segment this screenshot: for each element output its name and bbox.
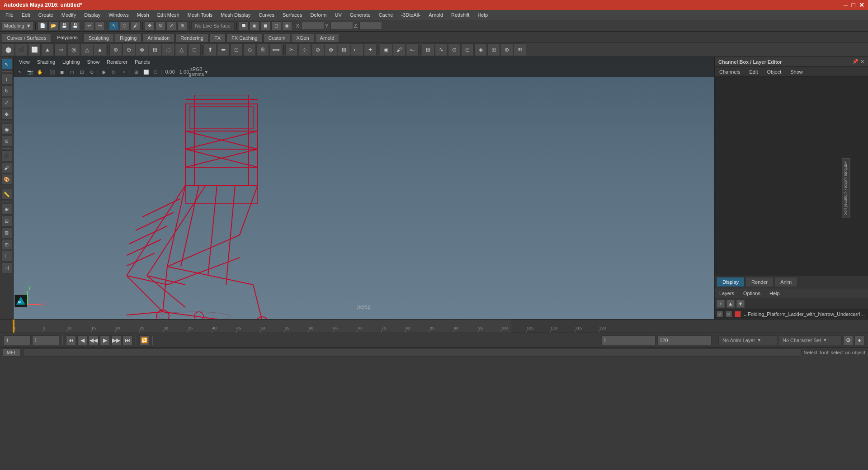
char-set-dropdown[interactable]: No Character Set ▼ bbox=[778, 335, 842, 345]
grid-btn2[interactable]: ⊟ bbox=[1, 216, 12, 226]
disp-subtab-help[interactable]: Help bbox=[768, 290, 782, 297]
step-fwd-btn[interactable]: ▶▶ bbox=[111, 335, 121, 345]
disp-tab-anim[interactable]: Anim bbox=[774, 277, 797, 287]
snap-point-btn[interactable]: ⊙ bbox=[448, 43, 461, 56]
menu-modify[interactable]: Modify bbox=[58, 11, 80, 19]
menu-edit-mesh[interactable]: Edit Mesh bbox=[154, 11, 183, 19]
grid-btn1[interactable]: ⊞ bbox=[1, 204, 12, 215]
undo-btn[interactable]: ↩ bbox=[84, 21, 94, 30]
select-mode-btn[interactable]: ↖ bbox=[1, 59, 12, 70]
menu-uv[interactable]: UV bbox=[331, 11, 345, 19]
vp-menu-panels[interactable]: Panels bbox=[133, 58, 152, 66]
disp-subtab-options[interactable]: Options bbox=[741, 290, 762, 297]
select-btn[interactable]: ↖ bbox=[109, 21, 119, 30]
play-back-btn[interactable]: ◀◀ bbox=[89, 335, 99, 345]
vp-wire-smooth-btn[interactable]: ◻ bbox=[67, 68, 76, 76]
save-as-btn[interactable]: 💾 bbox=[70, 21, 80, 30]
render3-btn[interactable]: ◼ bbox=[260, 21, 270, 30]
vp-smooth-btn[interactable]: ◼ bbox=[57, 68, 66, 76]
duplicate-btn[interactable]: ⎘ bbox=[256, 43, 269, 56]
quadrangulate-btn[interactable]: □ bbox=[188, 43, 201, 56]
paint-attr-btn[interactable]: 🎨 bbox=[1, 174, 12, 185]
start-frame2-field[interactable]: 1 bbox=[601, 335, 656, 345]
pyramid-icon-btn[interactable]: ▲ bbox=[94, 43, 106, 56]
play-fwd-btn[interactable]: ▶ bbox=[100, 335, 110, 345]
sculpt-btn[interactable]: 🖌 bbox=[1, 162, 12, 173]
wire-btn[interactable]: ⊕ bbox=[500, 43, 513, 56]
viewport[interactable]: View Shading Lighting Show Renderer Pane… bbox=[14, 57, 714, 319]
lattice-btn[interactable]: ⊞ bbox=[487, 43, 500, 56]
mirror-btn[interactable]: ⟺ bbox=[269, 43, 282, 56]
menu-3dto-all[interactable]: -3DtoAll- bbox=[397, 11, 424, 19]
vp-bounding-btn[interactable]: ⊡ bbox=[77, 68, 86, 76]
menu-file[interactable]: File bbox=[2, 11, 17, 19]
new-btn[interactable]: 📄 bbox=[38, 21, 47, 30]
skip-to-start-btn[interactable]: ⏮ bbox=[66, 335, 76, 345]
deform-btn[interactable]: ⟜ bbox=[406, 43, 419, 56]
layer-scroll-dn-btn[interactable]: ▼ bbox=[736, 300, 745, 308]
transform-btn[interactable]: ⊞ bbox=[177, 21, 187, 30]
scale-btn[interactable]: ⤢ bbox=[166, 21, 176, 30]
transform-mode-btn[interactable]: ✥ bbox=[1, 109, 12, 120]
anim-settings-btn[interactable]: ⚙ bbox=[843, 335, 853, 345]
measure-btn[interactable]: 📏 bbox=[1, 189, 12, 200]
grid-btn6[interactable]: ⊣ bbox=[1, 263, 12, 273]
snap-curve-btn[interactable]: ∿ bbox=[435, 43, 448, 56]
vp-menu-show[interactable]: Show bbox=[85, 58, 102, 66]
soft-select-left-btn[interactable]: ◉ bbox=[1, 124, 12, 135]
poke-btn[interactable]: ✦ bbox=[364, 43, 377, 56]
menu-mesh-tools[interactable]: Mesh Tools bbox=[184, 11, 216, 19]
close-btn[interactable]: ✕ bbox=[859, 1, 864, 9]
snap-grid-btn[interactable]: ⊞ bbox=[422, 43, 434, 56]
current-frame-field[interactable]: 1 bbox=[32, 335, 59, 345]
tab-polygons[interactable]: Polygons bbox=[52, 33, 82, 42]
vp-menu-lighting[interactable]: Lighting bbox=[61, 58, 82, 66]
anim-layer-dropdown[interactable]: No Anim Layer ▼ bbox=[718, 335, 777, 345]
cb-tab-edit[interactable]: Edit bbox=[747, 68, 760, 75]
rotate-mode-btn[interactable]: ↻ bbox=[1, 85, 12, 96]
vp-camera-btn[interactable]: 📷 bbox=[25, 68, 34, 76]
disp-subtab-layers[interactable]: Layers bbox=[717, 290, 736, 297]
tab-rigging[interactable]: Rigging bbox=[115, 33, 142, 42]
vp-wireframe-btn[interactable]: ⬛ bbox=[47, 68, 57, 76]
sphere-icon-btn[interactable]: ⬤ bbox=[2, 43, 14, 56]
layer-color-swatch[interactable] bbox=[735, 311, 741, 317]
collapse-btn[interactable]: ⊞ bbox=[338, 43, 350, 56]
maximize-btn[interactable]: □ bbox=[852, 1, 855, 9]
menu-mesh[interactable]: Mesh bbox=[133, 11, 153, 19]
tab-arnold[interactable]: Arnold bbox=[315, 33, 340, 42]
open-btn[interactable]: 📂 bbox=[48, 21, 58, 30]
menu-help[interactable]: Help bbox=[474, 11, 491, 19]
separate-btn[interactable]: ⊖ bbox=[123, 43, 135, 56]
cb-pin-btn[interactable]: 📌 bbox=[852, 59, 859, 65]
merge-btn[interactable]: ⊛ bbox=[325, 43, 337, 56]
soft-mod-btn[interactable]: ◈ bbox=[474, 43, 487, 56]
loop-btn[interactable]: 🔁 bbox=[139, 335, 149, 345]
grid-btn5[interactable]: ⊢ bbox=[1, 251, 12, 262]
fill-hole-btn[interactable]: ⊡ bbox=[230, 43, 243, 56]
render2-btn[interactable]: ▣ bbox=[250, 21, 259, 30]
paint-select-btn[interactable]: 🖌 bbox=[393, 43, 406, 56]
wrinkle-btn[interactable]: ≋ bbox=[514, 43, 526, 56]
mel-python-toggle[interactable]: MEL bbox=[3, 348, 21, 357]
cone-icon-btn[interactable]: ▲ bbox=[41, 43, 54, 56]
boolean-btn[interactable]: ⊞ bbox=[149, 43, 161, 56]
rotate-btn[interactable]: ↻ bbox=[156, 21, 165, 30]
vp-menu-view[interactable]: View bbox=[17, 58, 32, 66]
disp-tab-render[interactable]: Render bbox=[745, 277, 774, 287]
char-set-btn[interactable]: ♦ bbox=[854, 335, 864, 345]
prism-icon-btn[interactable]: △ bbox=[80, 43, 93, 56]
render4-btn[interactable]: ◻ bbox=[271, 21, 281, 30]
connect-btn[interactable]: ⊹ bbox=[298, 43, 311, 56]
y-input[interactable] bbox=[330, 22, 353, 30]
vp-pan-btn[interactable]: ✋ bbox=[35, 68, 44, 76]
plane-icon-btn[interactable]: ▭ bbox=[54, 43, 67, 56]
vp-grid-toggle-btn[interactable]: ⊞ bbox=[132, 68, 141, 76]
combine-btn[interactable]: ⊕ bbox=[109, 43, 122, 56]
torus-icon-btn[interactable]: ◎ bbox=[67, 43, 80, 56]
attribute-editor-tab[interactable]: Attribute Editor / Channel Box bbox=[842, 158, 850, 218]
flip-btn[interactable]: ⟵ bbox=[351, 43, 363, 56]
smooth-btn[interactable]: ◌ bbox=[162, 43, 175, 56]
vp-menu-renderer[interactable]: Renderer bbox=[105, 58, 129, 66]
vp-select-btn[interactable]: ↖ bbox=[15, 68, 24, 76]
